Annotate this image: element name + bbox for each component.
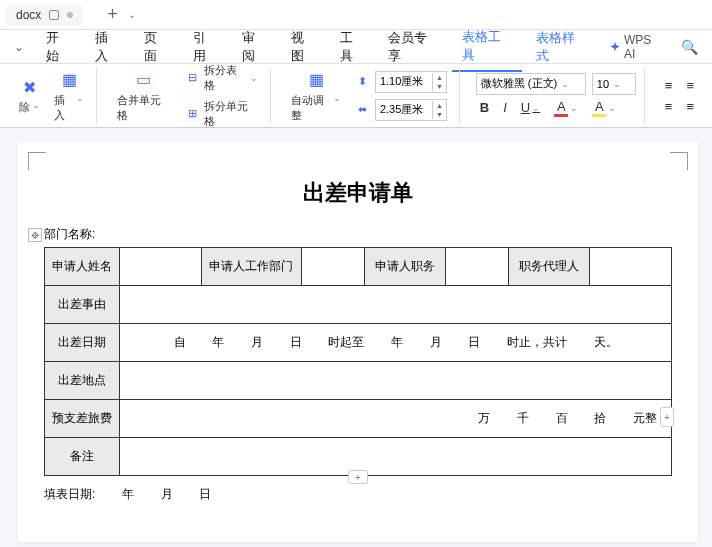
cell-advance-label[interactable]: 预支差旅费 (45, 400, 120, 438)
italic-button[interactable]: I (499, 98, 511, 117)
split-cell-label: 拆分单元格 (204, 99, 258, 129)
caret-icon: ⌄ (250, 73, 258, 83)
col-width-input[interactable]: ▲▼ (375, 99, 447, 121)
cell-name-label[interactable]: 申请人姓名 (45, 248, 120, 286)
cell-place-label[interactable]: 出差地点 (45, 362, 120, 400)
split-table-label: 拆分表格 (204, 63, 246, 93)
ribbon-group-font: 微软雅黑 (正文) ⌄ 10 ⌄ B I U⌄ A ⌄ (468, 68, 645, 124)
menu-member[interactable]: 会员专享 (378, 23, 448, 71)
highlight-button[interactable]: A ⌄ (588, 97, 620, 119)
align-justify-button[interactable]: ≡ (661, 97, 677, 116)
align-right-button[interactable]: ≡ (682, 97, 698, 116)
split-cell-icon: ⊞ (185, 106, 201, 122)
menu-view[interactable]: 视图 (281, 23, 326, 71)
cell-place-value[interactable] (120, 362, 672, 400)
spin-down[interactable]: ▼ (433, 110, 446, 119)
cell-reason-label[interactable]: 出差事由 (45, 286, 120, 324)
cell-advance-value[interactable]: 万 千 百 拾 元整 (120, 400, 672, 438)
bold-button[interactable]: B (476, 98, 493, 117)
menu-insert[interactable]: 插入 (85, 23, 130, 71)
split-stack: ⊟ 拆分表格 ⌄ ⊞ 拆分单元格 (181, 61, 263, 131)
caret-icon: ⌄ (570, 103, 578, 113)
caret-icon: ⌄ (532, 103, 540, 113)
row-height-field[interactable] (376, 76, 432, 88)
cell-dept-value[interactable] (302, 248, 365, 286)
highlight-swatch (592, 114, 606, 117)
caret-icon: ⌄ (561, 79, 569, 89)
wps-ai-label: WPS AI (624, 33, 663, 61)
autofit-button[interactable]: ▦ 自动调整⌄ (287, 67, 345, 125)
search-icon[interactable]: 🔍 (673, 39, 706, 55)
wps-ai-button[interactable]: ✦ WPS AI (604, 33, 669, 61)
cell-proxy-label[interactable]: 职务代理人 (508, 248, 590, 286)
menu-start[interactable]: 开始 (36, 23, 81, 71)
spin-up[interactable]: ▲ (433, 101, 446, 110)
autofit-icon: ▦ (305, 69, 327, 91)
document-canvas[interactable]: 出差申请单 ✥ 部门名称: 申请人姓名 申请人工作部门 申请人职务 职务代理人 … (0, 128, 712, 547)
align-left-button[interactable]: ≡ (661, 76, 677, 95)
menu-table-tools[interactable]: 表格工具 (452, 22, 522, 72)
page: 出差申请单 ✥ 部门名称: 申请人姓名 申请人工作部门 申请人职务 职务代理人 … (18, 142, 698, 542)
cell-post-label[interactable]: 申请人职务 (364, 248, 446, 286)
cell-date-label[interactable]: 出差日期 (45, 324, 120, 362)
align-center-button[interactable]: ≡ (682, 76, 698, 95)
merge-cells-button[interactable]: ▭ 合并单元格 (113, 67, 174, 125)
cell-note-value[interactable] (120, 438, 672, 476)
spin-down[interactable]: ▼ (433, 82, 446, 91)
cell-dept-label[interactable]: 申请人工作部门 (201, 248, 301, 286)
merge-label: 合并单元格 (117, 93, 170, 123)
document-title: 出差申请单 (44, 178, 672, 208)
row-height-row: ⬍ ▲▼ (351, 69, 451, 95)
caret-icon: ⌄ (32, 100, 40, 115)
menu-page[interactable]: 页面 (134, 23, 179, 71)
delete-icon: ✖ (18, 76, 40, 98)
ribbon: ✖ 除⌄ ▦ 插入⌄ ▭ 合并单元格 ⊟ 拆分表格 ⌄ ⊞ 拆分单元格 ▦ (0, 64, 712, 128)
font-color-swatch (554, 114, 568, 117)
underline-button[interactable]: U⌄ (517, 98, 544, 117)
cell-note-label[interactable]: 备注 (45, 438, 120, 476)
ribbon-group-align: ≡ ≡ ≡ ≡ (653, 68, 706, 124)
wps-ai-icon: ✦ (610, 40, 620, 54)
tab-dropdown[interactable]: ⌄ (124, 9, 140, 20)
cell-date-value[interactable]: 自 年 月 日 时起至 年 月 日 时止，共计 天。 (120, 324, 672, 362)
font-stack: 微软雅黑 (正文) ⌄ 10 ⌄ B I U⌄ A ⌄ (476, 73, 636, 119)
menu-back-button[interactable]: ⌄ (6, 36, 32, 58)
tab-filename: docx (16, 8, 41, 22)
ribbon-group-size: ▦ 自动调整⌄ ⬍ ▲▼ ⬌ ▲▼ (279, 68, 460, 124)
add-column-button[interactable]: + (660, 407, 674, 427)
insert-button[interactable]: ▦ 插入⌄ (50, 67, 88, 125)
font-color-label: A (557, 99, 566, 114)
table-row: 预支差旅费 万 千 百 拾 元整 (45, 400, 672, 438)
menu-table-style[interactable]: 表格样式 (526, 23, 596, 71)
row-height-input[interactable]: ▲▼ (375, 71, 447, 93)
add-row-button[interactable]: + (348, 470, 368, 484)
font-color-button[interactable]: A ⌄ (550, 97, 582, 119)
caret-icon: ⌄ (613, 79, 621, 89)
split-cell-button[interactable]: ⊞ 拆分单元格 (181, 97, 263, 131)
delete-button[interactable]: ✖ 除⌄ (14, 74, 44, 117)
margin-corner-tr (670, 152, 688, 170)
cell-name-value[interactable] (120, 248, 202, 286)
row-height-icon: ⬍ (355, 74, 371, 90)
highlight-label: A (595, 99, 604, 114)
col-width-field[interactable] (376, 104, 432, 116)
split-table-icon: ⊟ (185, 70, 200, 86)
font-name-value: 微软雅黑 (正文) (481, 76, 557, 91)
size-stack: ⬍ ▲▼ ⬌ ▲▼ (351, 69, 451, 123)
insert-icon: ▦ (58, 69, 80, 91)
font-name-select[interactable]: 微软雅黑 (正文) ⌄ (476, 73, 586, 95)
footer-date: 填表日期: 年 月 日 (44, 486, 672, 503)
caret-icon: ⌄ (333, 93, 341, 123)
form-table[interactable]: 申请人姓名 申请人工作部门 申请人职务 职务代理人 出差事由 出差日期 自 年 … (44, 247, 672, 476)
font-size-select[interactable]: 10 ⌄ (592, 73, 636, 95)
insert-label: 插入 (54, 93, 74, 123)
menu-tools[interactable]: 工具 (330, 23, 375, 71)
cell-reason-value[interactable] (120, 286, 672, 324)
table-row: 出差事由 (45, 286, 672, 324)
spin-up[interactable]: ▲ (433, 73, 446, 82)
cell-post-value[interactable] (446, 248, 509, 286)
table-row: 申请人姓名 申请人工作部门 申请人职务 职务代理人 (45, 248, 672, 286)
cell-proxy-value[interactable] (590, 248, 672, 286)
split-table-button[interactable]: ⊟ 拆分表格 ⌄ (181, 61, 263, 95)
table-move-handle[interactable]: ✥ (28, 228, 42, 242)
